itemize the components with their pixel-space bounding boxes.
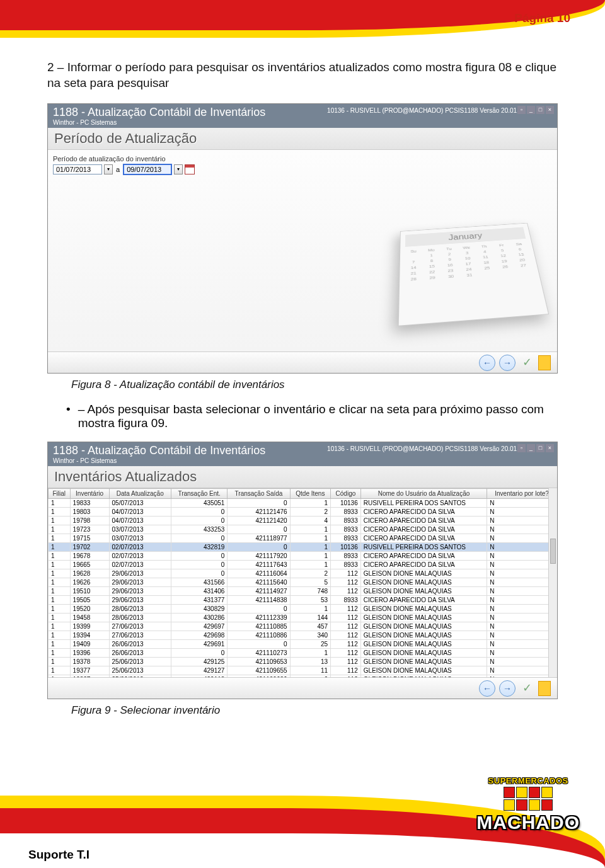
inventory-table-container: FilialInventárioData AtualizaçãoTransaçã… [48, 488, 557, 677]
period-label: Período de atualização do inventário [53, 155, 552, 163]
table-row[interactable]: 11983305/07/20134350510110136RUSIVELL PE… [49, 499, 557, 508]
table-row[interactable]: 11952028/06/201343082901112GLEISON DIONE… [49, 605, 557, 614]
calendar-illustration: January SuMoTuWeThFrSa 123456 7891011121… [398, 223, 550, 326]
note-icon[interactable] [538, 355, 551, 370]
maximize-icon[interactable]: □ [536, 106, 544, 114]
table-header[interactable]: Inventario por lote? [487, 489, 557, 499]
logo-machado-text: MACHADO [476, 812, 580, 833]
table-row[interactable]: 11939927/06/2013429697421110885457112GLE… [49, 622, 557, 631]
confirm-icon[interactable]: ✓ [519, 681, 534, 696]
window-titlebar: 1188 - Atualização Contábil de Inventári… [48, 104, 557, 128]
instruction-step-2: 2 – Informar o período para pesquisar os… [47, 60, 558, 91]
close-icon[interactable]: × [546, 106, 554, 114]
dropdown-icon[interactable]: ▾ [104, 164, 113, 174]
bullet-text: – Após pesquisar basta selecionar o inve… [78, 403, 558, 430]
window-subtitle: Winthor - PC Sistemas [53, 457, 552, 464]
note-icon[interactable] [538, 681, 551, 696]
table-header[interactable]: Qtde Itens [290, 489, 331, 499]
logo-squares [476, 787, 580, 811]
scrollbar[interactable] [548, 488, 557, 677]
minimize-icon[interactable]: _ [527, 106, 535, 114]
minimize-icon[interactable]: _ [527, 444, 535, 452]
window-footer-nav: ← → ✓ [48, 351, 557, 373]
table-header[interactable]: Transação Saída [228, 489, 290, 499]
table-row[interactable]: 11962629/06/20134315664211156405112GLEIS… [49, 578, 557, 587]
machado-logo: SUPERMERCADOS MACHADO [476, 776, 580, 833]
table-row[interactable]: 11950529/06/2013431377421114838538933CIC… [49, 596, 557, 605]
confirm-icon[interactable]: ✓ [519, 355, 534, 370]
window-options-icon[interactable]: ▫ [517, 106, 526, 114]
table-row[interactable]: 11937825/06/201342912542110965313112GLEI… [49, 658, 557, 666]
screenshot-figure-8: 1188 - Atualização Contábil de Inventári… [47, 103, 558, 374]
window-subtitle: Winthor - PC Sistemas [53, 119, 552, 126]
table-row[interactable]: 11979804/07/2013042112142048933CICERO AP… [49, 517, 557, 525]
back-button[interactable]: ← [479, 680, 495, 697]
forward-button[interactable]: → [499, 355, 516, 371]
table-row[interactable]: 11940926/06/2013429691025112GLEISON DION… [49, 640, 557, 649]
table-row[interactable]: 11939626/06/201304211102731112GLEISON DI… [49, 649, 557, 658]
window-controls: ▫ _ □ × [517, 444, 554, 452]
date-from-input[interactable]: 01/07/2013 [53, 164, 102, 174]
window-footer-nav: ← → ✓ [48, 677, 557, 699]
close-icon[interactable]: × [546, 444, 554, 452]
forward-button[interactable]: → [499, 680, 516, 697]
calendar-icon[interactable] [185, 164, 195, 174]
dropdown-icon[interactable]: ▾ [174, 164, 183, 174]
table-row[interactable]: 11967802/07/2013042111792018933CICERO AP… [49, 552, 557, 561]
table-header[interactable]: Data Atualização [109, 489, 171, 499]
table-row[interactable]: 11972303/07/2013433253018933CICERO APARE… [49, 525, 557, 534]
table-row[interactable]: 11962829/06/201304211160642112GLEISON DI… [49, 569, 557, 578]
table-row[interactable]: 11980304/07/2013042112147628933CICERO AP… [49, 508, 557, 517]
date-to-input[interactable]: 09/07/2013 [123, 164, 172, 175]
table-header[interactable]: Filial [49, 489, 71, 499]
table-header[interactable]: Inventário [70, 489, 109, 499]
figure-8-caption: Figura 8 - Atualização contábil de inven… [71, 379, 558, 391]
table-header[interactable]: Nome do Usuário da Atualização [360, 489, 487, 499]
table-row[interactable]: 11971503/07/2013042111897718933CICERO AP… [49, 534, 557, 543]
table-row[interactable]: 11945828/06/2013430286421112339144112GLE… [49, 614, 557, 622]
inventory-table[interactable]: FilialInventárioData AtualizaçãoTransaçã… [48, 488, 557, 677]
window-info-right: 10136 - RUSIVELL (PROD@MACHADO) PCSIS118… [327, 107, 526, 114]
window-options-icon[interactable]: ▫ [517, 444, 526, 452]
logo-supermercados-text: SUPERMERCADOS [476, 776, 580, 785]
instruction-bullet: • – Após pesquisar basta selecionar o in… [66, 403, 558, 430]
table-row[interactable]: 11966502/07/2013042111764318933CICERO AP… [49, 561, 557, 569]
table-row[interactable]: 11936725/06/20134291124211096266112GLEIS… [49, 675, 557, 678]
maximize-icon[interactable]: □ [536, 444, 544, 452]
table-header[interactable]: Código [331, 489, 361, 499]
screenshot-figure-9: 1188 - Atualização Contábil de Inventári… [47, 442, 558, 699]
figure-9-caption: Figura 9 - Selecionar inventário [71, 704, 558, 717]
bullet-marker: • [66, 403, 71, 430]
date-separator: a [115, 166, 121, 173]
section-header-periodo: Período de Atualização [48, 128, 557, 150]
window-controls: ▫ _ □ × [517, 106, 554, 114]
table-row[interactable]: 11939427/06/2013429698421110886340112GLE… [49, 631, 557, 640]
section-header-inventarios: Inventários Atualizados [48, 466, 557, 488]
window-info-right: 10136 - RUSIVELL (PROD@MACHADO) PCSIS118… [327, 445, 526, 452]
page-number: Página 10 [514, 11, 570, 25]
table-header[interactable]: Transação Ent. [171, 489, 227, 499]
table-row[interactable]: 11937725/06/201342912742110965511112GLEI… [49, 666, 557, 675]
support-label: Suporte T.I [28, 848, 89, 862]
back-button[interactable]: ← [479, 355, 495, 371]
window-titlebar: 1188 - Atualização Contábil de Inventári… [48, 442, 557, 466]
table-row[interactable]: 11951029/06/2013431406421114927748112GLE… [49, 587, 557, 596]
table-row[interactable]: 11970202/07/20134328190110136RUSIVELL PE… [49, 543, 557, 552]
